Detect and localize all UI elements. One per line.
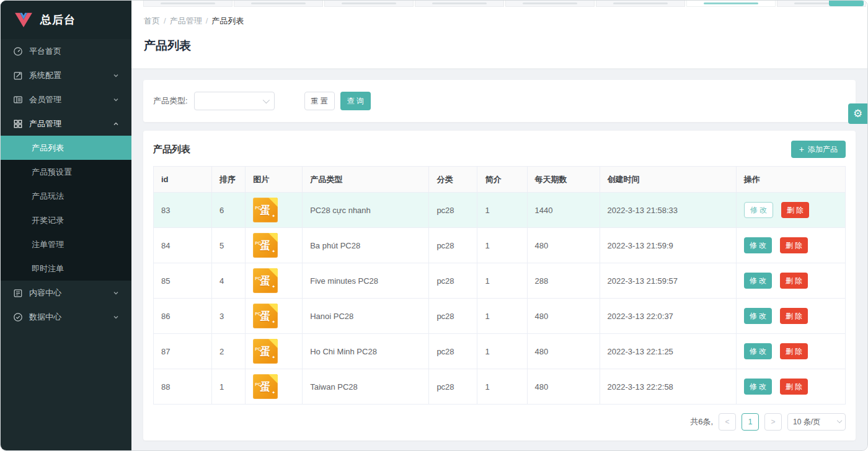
col-intro: 简介	[477, 167, 527, 193]
sidebar-item-member-management[interactable]: 会员管理	[1, 87, 131, 112]
app-window: 总后台 平台首页 系统配置	[0, 0, 868, 451]
cell-sort: 4	[212, 263, 246, 299]
product-table: id 排序 图片 产品类型 分类 简介 每天期数 创建时间 操作	[153, 166, 846, 405]
sidebar-subitem-product-preset[interactable]: 产品预设置	[1, 160, 131, 184]
cell-sort: 2	[212, 334, 246, 369]
breadcrumb-current: 产品列表	[211, 15, 244, 27]
cell-periods: 1440	[527, 193, 600, 228]
cell-category: pc28	[429, 299, 477, 334]
tab-active[interactable]	[686, 1, 776, 7]
cell-id: 86	[154, 299, 212, 334]
query-button[interactable]: 查 询	[340, 92, 371, 110]
pagination-total: 共6条,	[690, 416, 713, 427]
delete-button[interactable]: 删 除	[781, 202, 809, 218]
chevron-down-icon	[262, 97, 269, 103]
sidebar-subitem-product-play[interactable]: 产品玩法	[1, 184, 131, 208]
cell-image: PC蛋✦	[246, 228, 303, 263]
cell-sort: 1	[212, 369, 246, 405]
sidebar-subitem-live-bets[interactable]: 即时注单	[1, 256, 131, 281]
cell-id: 85	[154, 263, 212, 299]
cell-image: PC蛋✦	[246, 263, 303, 299]
delete-button[interactable]: 删 除	[780, 379, 808, 395]
add-product-button[interactable]: + 添加产品	[791, 141, 846, 158]
sidebar-item-label: 平台首页	[29, 46, 119, 57]
edit-button[interactable]: 修 改	[744, 273, 772, 289]
product-image: PC蛋✦	[253, 233, 278, 258]
tab[interactable]	[143, 1, 232, 7]
cell-id: 83	[154, 193, 212, 228]
dashboard-icon	[13, 46, 23, 56]
content-icon	[13, 288, 23, 298]
breadcrumb-product-management[interactable]: 产品管理	[170, 15, 208, 27]
delete-button[interactable]: 删 除	[780, 308, 808, 324]
page-title: 产品列表	[144, 38, 855, 54]
cell-intro: 1	[477, 299, 527, 334]
plus-icon: +	[799, 145, 804, 154]
cell-product-type: PC28 cực nhanh	[303, 193, 429, 228]
breadcrumb: 首页 产品管理 产品列表	[144, 15, 855, 27]
product-type-select[interactable]	[194, 92, 275, 110]
sidebar-item-product-management[interactable]: 产品管理	[1, 112, 131, 136]
cell-sort: 5	[212, 228, 246, 263]
product-image: PC蛋✦	[253, 339, 278, 364]
sidebar-item-data-center[interactable]: 数据中心	[1, 305, 131, 329]
sidebar-subitem-product-list[interactable]: 产品列表	[1, 136, 131, 160]
edit-button[interactable]: 修 改	[744, 379, 772, 395]
sidebar-subitem-draw-records[interactable]: 开奖记录	[1, 208, 131, 232]
table-header-row: id 排序 图片 产品类型 分类 简介 每天期数 创建时间 操作	[154, 167, 846, 193]
cell-intro: 1	[477, 369, 527, 405]
reset-button[interactable]: 重 置	[304, 92, 335, 110]
cell-periods: 480	[527, 299, 600, 334]
cell-periods: 480	[527, 369, 600, 405]
product-image: PC蛋✦	[253, 374, 278, 399]
cell-image: PC蛋✦	[246, 193, 303, 228]
vue-logo-icon	[14, 12, 33, 28]
cell-actions: 修 改 删 除	[736, 228, 845, 263]
col-actions: 操作	[736, 167, 845, 193]
content: 产品类型: 重 置 查 询 产品列表 + 添加产品	[131, 69, 867, 451]
tab[interactable]	[324, 1, 414, 7]
sidebar-item-platform-home[interactable]: 平台首页	[1, 39, 131, 63]
edit-icon	[13, 71, 23, 81]
sidebar-item-system-config[interactable]: 系统配置	[1, 63, 131, 87]
chevron-down-icon	[113, 290, 119, 296]
sidebar-item-label: 数据中心	[29, 312, 107, 323]
cell-sort: 3	[212, 299, 246, 334]
sidebar-item-label: 系统配置	[29, 70, 107, 81]
cell-image: PC蛋✦	[246, 299, 303, 334]
edit-button[interactable]: 修 改	[744, 308, 772, 324]
add-product-label: 添加产品	[808, 144, 838, 155]
tab[interactable]	[505, 1, 595, 7]
delete-button[interactable]: 删 除	[780, 343, 808, 359]
edit-button[interactable]: 修 改	[744, 343, 772, 359]
cell-category: pc28	[429, 334, 477, 369]
sidebar-item-content-center[interactable]: 内容中心	[1, 281, 131, 305]
table-row: 88 1 PC蛋✦ Taiwan PC28 pc28 1 480 2022-3-…	[154, 369, 846, 405]
edit-button[interactable]: 修 改	[744, 237, 772, 253]
members-icon	[13, 95, 23, 105]
data-icon	[13, 312, 23, 322]
delete-button[interactable]: 删 除	[780, 273, 808, 289]
page-size-select[interactable]: 10 条/页	[787, 413, 846, 431]
cell-id: 88	[154, 369, 212, 405]
table-row: 87 2 PC蛋✦ Ho Chi Minh PC28 pc28 1 480 20…	[154, 334, 846, 369]
tab[interactable]	[596, 1, 685, 7]
tab-strip-action-button[interactable]	[829, 1, 864, 6]
sidebar-subitem-bet-management[interactable]: 注单管理	[1, 232, 131, 256]
cell-periods: 480	[527, 228, 600, 263]
tab[interactable]	[234, 1, 323, 7]
cell-actions: 修 改 删 除	[736, 299, 845, 334]
current-page-button[interactable]: 1	[742, 413, 759, 431]
col-id: id	[154, 167, 212, 193]
cell-sort: 6	[212, 193, 246, 228]
prev-page-button[interactable]: <	[719, 413, 736, 431]
delete-button[interactable]: 删 除	[780, 237, 808, 253]
cell-product-type: Taiwan PC28	[303, 369, 429, 405]
cell-id: 84	[154, 228, 212, 263]
settings-gear-button[interactable]: ⚙	[848, 103, 867, 124]
cell-created: 2022-3-13 22:2:58	[600, 369, 736, 405]
next-page-button[interactable]: >	[764, 413, 782, 431]
tab[interactable]	[415, 1, 504, 7]
breadcrumb-home[interactable]: 首页	[144, 15, 166, 27]
edit-button[interactable]: 修 改	[744, 202, 773, 218]
